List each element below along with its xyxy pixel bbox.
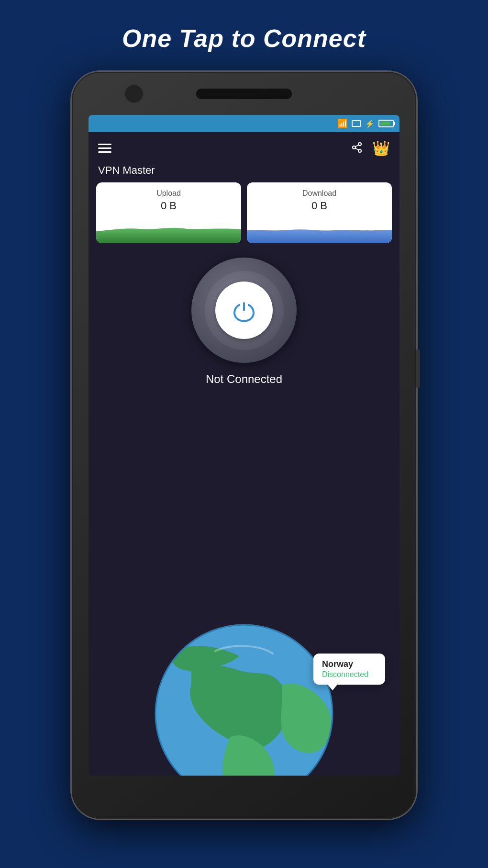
phone-screen: 📶 ⚡	[89, 115, 399, 776]
page-headline: One Tap to Connect	[122, 24, 366, 53]
status-bar: 📶 ⚡	[89, 115, 399, 132]
battery-icon	[378, 120, 394, 127]
battery-fill	[380, 122, 390, 125]
bolt-icon: ⚡	[365, 119, 375, 128]
wifi-icon: 📶	[337, 118, 348, 129]
power-outer-ring	[191, 258, 297, 363]
phone-frame: 📶 ⚡	[72, 72, 416, 819]
tooltip-country-name: Norway	[322, 659, 377, 669]
svg-line-4	[355, 145, 359, 147]
app-header: 👑	[89, 132, 399, 164]
app-title: VPN Master	[89, 164, 399, 177]
globe-section: Norway Disconnected	[89, 395, 399, 776]
premium-icon[interactable]: 👑	[372, 140, 390, 157]
power-section	[89, 258, 399, 363]
header-actions: 👑	[351, 140, 390, 157]
power-button[interactable]	[215, 282, 273, 339]
menu-button[interactable]	[98, 144, 111, 153]
download-label: Download	[255, 189, 384, 198]
globe	[153, 622, 335, 776]
screen-icon	[352, 120, 361, 127]
country-tooltip: Norway Disconnected	[313, 654, 385, 685]
phone-camera	[124, 84, 144, 103]
download-chart	[247, 217, 392, 243]
tooltip-connection-status: Disconnected	[322, 670, 377, 679]
download-value: 0 B	[255, 200, 384, 212]
upload-chart	[96, 217, 241, 243]
download-card: Download 0 B	[247, 182, 392, 243]
share-button[interactable]	[351, 142, 363, 155]
upload-label: Upload	[104, 189, 233, 198]
upload-card: Upload 0 B	[96, 182, 241, 243]
power-inner-ring	[205, 271, 284, 350]
stats-row: Upload 0 B	[89, 182, 399, 243]
connection-status: Not Connected	[89, 372, 399, 386]
svg-line-3	[355, 148, 359, 150]
upload-value: 0 B	[104, 200, 233, 212]
phone-side-button	[416, 349, 420, 388]
phone-speaker	[196, 89, 292, 99]
